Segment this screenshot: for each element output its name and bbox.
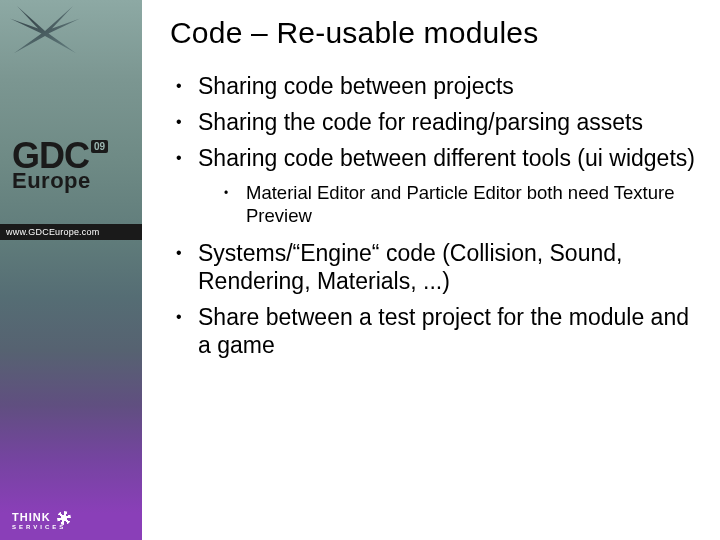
logo-sub-text: Europe: [12, 168, 108, 194]
bullet-text: Systems/“Engine“ code (Collision, Sound,…: [198, 240, 622, 294]
list-item: Systems/“Engine“ code (Collision, Sound,…: [170, 239, 702, 295]
list-item: Share between a test project for the mod…: [170, 303, 702, 359]
list-item: Sharing code between different tools (ui…: [170, 144, 702, 227]
sidebar: GDC09 Europe www.GDCEurope.com THINK SER…: [0, 0, 142, 540]
slide-title: Code – Re-usable modules: [170, 16, 702, 50]
bullet-text: Material Editor and Particle Editor both…: [246, 182, 674, 226]
gdc-logo: GDC09 Europe: [12, 140, 108, 194]
list-item: Sharing code between projects: [170, 72, 702, 100]
footer-brand: THINK SERVICES: [12, 511, 71, 530]
logo-year-badge: 09: [91, 140, 108, 153]
bullet-text: Share between a test project for the mod…: [198, 304, 689, 358]
list-item: Sharing the code for reading/parsing ass…: [170, 108, 702, 136]
bullet-list: Sharing code between projects Sharing th…: [170, 72, 702, 359]
bullet-text: Sharing the code for reading/parsing ass…: [198, 109, 643, 135]
url-bar: www.GDCEurope.com: [0, 224, 142, 240]
gear-icon: [57, 511, 71, 525]
butterfly-graphic: [10, 6, 80, 56]
sub-bullet-list: Material Editor and Particle Editor both…: [198, 182, 702, 227]
slide-content: Code – Re-usable modules Sharing code be…: [142, 0, 720, 540]
footer-brand-text: THINK: [12, 511, 51, 523]
bullet-text: Sharing code between different tools (ui…: [198, 145, 695, 171]
footer-sub-text: SERVICES: [12, 524, 71, 530]
bullet-text: Sharing code between projects: [198, 73, 514, 99]
sidebar-header: GDC09 Europe: [0, 0, 142, 180]
list-item: Material Editor and Particle Editor both…: [198, 182, 702, 227]
